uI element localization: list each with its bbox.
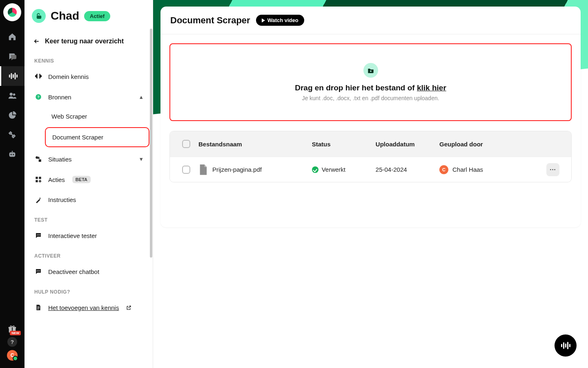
dropzone-title: Drag en drop hier het bestand of klik hi… <box>295 83 446 92</box>
svg-rect-31 <box>561 344 562 347</box>
svg-rect-14 <box>36 16 41 19</box>
svg-point-8 <box>11 154 12 155</box>
section-hulp: HULP NODIG? <box>28 282 149 297</box>
select-all-checkbox[interactable] <box>182 140 190 148</box>
svg-text:?: ? <box>37 95 40 99</box>
section-activeer: ACTIVEER <box>28 246 149 261</box>
chat-off-icon <box>34 268 42 275</box>
nav-domein-kennis[interactable]: Domein kennis <box>28 66 149 87</box>
chevron-up-icon: ▴ <box>140 93 143 101</box>
col-by: Geupload door <box>439 141 539 148</box>
dropzone-subtitle: Je kunt .doc, .docx, .txt en .pdf docume… <box>302 95 439 101</box>
shapes-icon <box>34 155 42 163</box>
check-circle-icon <box>312 166 318 173</box>
nav-help-article[interactable]: Het toevoegen van kennis <box>28 297 149 318</box>
svg-rect-21 <box>36 180 38 182</box>
uploader-avatar: C <box>439 165 448 174</box>
rail-avatar[interactable]: C <box>7 350 18 361</box>
rail-people[interactable] <box>0 86 24 105</box>
nav-document-scraper[interactable]: Document Scraper <box>46 128 149 146</box>
status-text: Verwerkt <box>322 166 345 173</box>
row-actions-button[interactable]: ··· <box>546 163 559 176</box>
svg-rect-0 <box>9 74 10 77</box>
svg-point-27 <box>39 271 40 272</box>
grid-plus-icon <box>34 176 42 183</box>
svg-rect-4 <box>16 74 18 77</box>
svg-rect-10 <box>12 151 13 153</box>
svg-point-23 <box>38 235 39 236</box>
svg-rect-3 <box>14 73 16 80</box>
sources-icon: ? <box>34 93 42 101</box>
rail-home[interactable] <box>0 27 24 47</box>
sidebar-scrollbar[interactable] <box>150 29 152 258</box>
col-name: Bestandsnaam <box>198 141 312 148</box>
col-status: Status <box>312 141 376 148</box>
rail-analytics[interactable] <box>0 105 24 125</box>
rail-bot[interactable] <box>0 145 24 164</box>
svg-rect-2 <box>13 74 14 78</box>
chevron-down-icon: ▾ <box>140 155 143 163</box>
svg-point-5 <box>10 93 13 96</box>
svg-rect-34 <box>567 342 568 349</box>
back-label: Keer terug naar overzicht <box>45 38 124 45</box>
external-link-icon <box>126 305 131 310</box>
new-badge: NEW <box>10 331 21 335</box>
svg-rect-29 <box>37 308 39 308</box>
rail-integrations[interactable] <box>0 125 24 145</box>
section-kennis: KENNIS <box>28 51 149 66</box>
svg-point-9 <box>13 154 14 155</box>
rail-knowledge[interactable] <box>0 66 24 86</box>
nav-situaties[interactable]: Situaties▾ <box>28 149 149 169</box>
svg-rect-30 <box>37 309 38 309</box>
bot-name: Chad <box>51 9 79 22</box>
svg-rect-19 <box>36 177 38 179</box>
brain-icon <box>34 73 42 80</box>
svg-rect-1 <box>11 73 12 79</box>
svg-rect-35 <box>569 344 570 347</box>
wand-icon <box>34 196 42 203</box>
svg-rect-7 <box>9 153 16 157</box>
svg-point-24 <box>40 235 40 236</box>
file-name: Prijzen-pagina.pdf <box>212 166 262 173</box>
svg-rect-33 <box>565 343 566 348</box>
rail-chat[interactable] <box>0 47 24 66</box>
back-link[interactable]: Keer terug naar overzicht <box>28 32 149 51</box>
svg-point-6 <box>13 94 16 96</box>
svg-rect-32 <box>563 342 564 349</box>
row-checkbox[interactable] <box>182 166 190 174</box>
svg-rect-18 <box>39 159 41 162</box>
uploader-name: Charl Haas <box>452 166 483 173</box>
file-icon <box>198 164 207 175</box>
assistant-fab[interactable] <box>555 334 577 357</box>
table-row: Prijzen-pagina.pdf Verwerkt 25-04-2024 C… <box>170 157 571 182</box>
svg-rect-20 <box>39 177 41 179</box>
rail-referral[interactable]: NEW <box>8 325 17 334</box>
chat-icon <box>34 232 42 239</box>
bot-avatar-icon <box>32 9 46 23</box>
page-title: Document Scraper <box>170 15 250 26</box>
files-table: Bestandsnaam Status Uploaddatum Geupload… <box>169 131 572 182</box>
svg-point-22 <box>37 235 38 236</box>
svg-rect-28 <box>37 307 39 307</box>
rail-help[interactable]: ? <box>7 337 17 347</box>
nav-deactiveer[interactable]: Deactiveer chatbot <box>28 261 149 282</box>
app-logo[interactable] <box>3 3 21 21</box>
folder-plus-icon <box>363 63 378 78</box>
nav-tester[interactable]: Interactieve tester <box>28 225 149 246</box>
svg-point-25 <box>37 271 38 272</box>
nav-web-scraper[interactable]: Web Scraper <box>45 107 149 126</box>
section-test: TEST <box>28 210 149 225</box>
doc-icon <box>34 304 42 311</box>
nav-instructies[interactable]: Instructies <box>28 190 149 210</box>
beta-badge: BETA <box>72 176 91 183</box>
main-card: Document Scraper Watch video Drag en dro… <box>160 7 581 227</box>
col-date: Uploaddatum <box>376 141 439 148</box>
watch-video-button[interactable]: Watch video <box>256 15 304 26</box>
svg-point-26 <box>38 271 39 272</box>
arrow-left-icon <box>33 38 40 44</box>
nav-bronnen[interactable]: ?Bronnen▴ <box>28 87 149 107</box>
file-dropzone[interactable]: Drag en drop hier het bestand of klik hi… <box>169 43 572 121</box>
status-pill: Actief <box>84 11 110 21</box>
nav-acties[interactable]: ActiesBETA <box>28 169 149 190</box>
upload-date: 25-04-2024 <box>376 166 439 173</box>
